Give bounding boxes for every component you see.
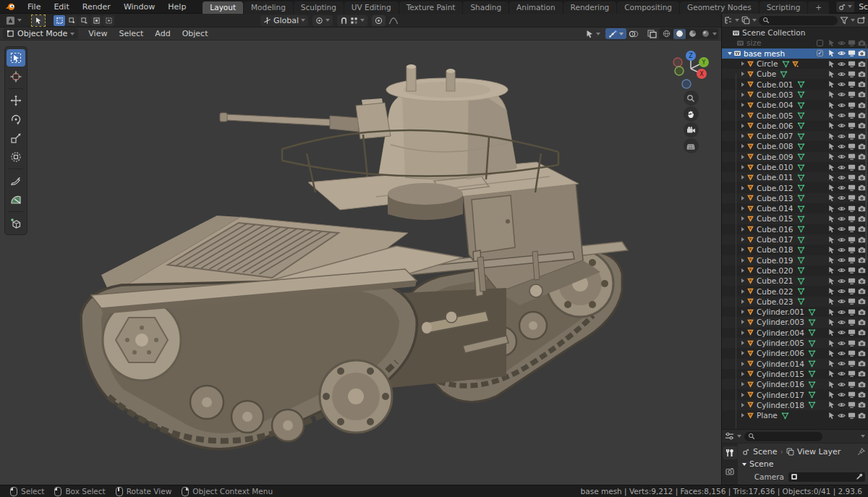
- viewport-disable-icon[interactable]: [848, 60, 856, 68]
- view-layer-icon[interactable]: [786, 448, 794, 456]
- hide-eye-icon[interactable]: [838, 308, 846, 316]
- hide-eye-icon[interactable]: [838, 205, 846, 213]
- viewport-disable-icon[interactable]: [848, 39, 856, 47]
- selectable-icon[interactable]: [827, 49, 835, 57]
- outliner-object-row[interactable]: Cube.003: [722, 90, 868, 100]
- outliner-object-row[interactable]: Cylinder.005: [722, 338, 868, 348]
- outliner-object-row[interactable]: Cube.023: [722, 297, 868, 307]
- viewport-disable-icon[interactable]: [848, 349, 856, 357]
- viewport-disable-icon[interactable]: [848, 80, 856, 88]
- tool-measure[interactable]: [7, 191, 25, 208]
- outliner-search-input[interactable]: [759, 16, 838, 25]
- selectable-icon[interactable]: [827, 381, 835, 388]
- proportional-falloff-icon[interactable]: [388, 17, 399, 25]
- hide-eye-icon[interactable]: [838, 318, 846, 326]
- hide-eye-icon[interactable]: [838, 163, 846, 171]
- disclosure-icon[interactable]: [739, 216, 746, 221]
- viewport-disable-icon[interactable]: [848, 101, 856, 109]
- pivot-point-dropdown[interactable]: [312, 15, 333, 26]
- viewport-disable-icon[interactable]: [848, 225, 856, 233]
- tool-annotate[interactable]: [7, 172, 25, 190]
- outliner-object-row[interactable]: Cylinder.014: [722, 359, 868, 369]
- viewport-disable-icon[interactable]: [848, 194, 856, 202]
- workspace-tab[interactable]: Texture Paint: [399, 1, 463, 14]
- hide-eye-icon[interactable]: [838, 174, 846, 182]
- hide-eye-icon[interactable]: [838, 194, 846, 202]
- disclosure-icon[interactable]: [739, 175, 746, 179]
- viewport-disable-icon[interactable]: [848, 215, 856, 223]
- disclosure-icon[interactable]: [739, 103, 746, 107]
- hide-eye-icon[interactable]: [838, 101, 846, 109]
- disclosure-icon[interactable]: [739, 186, 746, 190]
- selectable-icon[interactable]: [827, 60, 835, 68]
- viewport-disable-icon[interactable]: [848, 90, 856, 98]
- properties-search-input[interactable]: [744, 432, 822, 441]
- hide-eye-icon[interactable]: [838, 370, 846, 378]
- outliner-object-row[interactable]: Cube.022: [722, 286, 868, 296]
- outliner-object-row[interactable]: Cube.008: [722, 141, 868, 151]
- disclosure-icon[interactable]: [739, 82, 746, 87]
- render-disable-icon[interactable]: [858, 328, 866, 336]
- selectable-icon[interactable]: [827, 236, 835, 244]
- viewport-disable-icon[interactable]: [848, 246, 856, 254]
- scene-icon[interactable]: [742, 448, 750, 456]
- outliner-object-row[interactable]: Cube: [722, 69, 868, 79]
- render-disable-icon[interactable]: [858, 401, 866, 409]
- outliner-object-row[interactable]: Cylinder.006: [722, 348, 868, 358]
- selectable-icon[interactable]: [827, 277, 835, 285]
- selectable-icon[interactable]: [827, 122, 835, 129]
- workspace-tab[interactable]: Sculpting: [294, 1, 344, 14]
- snap-target-icon[interactable]: [350, 17, 358, 25]
- hide-eye-icon[interactable]: [838, 401, 846, 409]
- outliner-row-collection[interactable]: size: [722, 38, 868, 48]
- disclosure-icon[interactable]: [739, 351, 746, 355]
- workspace-tab[interactable]: Scripting: [760, 1, 808, 14]
- tab-tool[interactable]: [723, 446, 737, 459]
- outliner-object-row[interactable]: Cube.020: [722, 266, 868, 276]
- selectable-icon[interactable]: [827, 153, 835, 161]
- workspace-tab[interactable]: Layout: [203, 1, 243, 14]
- tool-move[interactable]: [7, 92, 25, 109]
- hide-eye-icon[interactable]: [838, 215, 846, 223]
- zoom-button[interactable]: [684, 90, 699, 106]
- hide-eye-icon[interactable]: [838, 70, 846, 78]
- outliner-object-row[interactable]: Plane: [722, 410, 868, 420]
- selectable-icon[interactable]: [827, 90, 835, 98]
- viewport-disable-icon[interactable]: [848, 236, 856, 244]
- tool-cursor[interactable]: [7, 68, 25, 85]
- select-mode-invert-button[interactable]: [90, 15, 102, 26]
- render-disable-icon[interactable]: [858, 412, 866, 420]
- select-mode-intersect-button[interactable]: [103, 15, 114, 26]
- viewport-disable-icon[interactable]: [848, 184, 856, 192]
- render-disable-icon[interactable]: [858, 266, 866, 274]
- outliner-object-row[interactable]: Cube.017: [722, 234, 868, 245]
- selectable-icon[interactable]: [827, 287, 835, 295]
- selectable-icon[interactable]: [827, 256, 835, 264]
- viewport-menu-item[interactable]: View: [82, 29, 113, 38]
- disclosure-icon[interactable]: [739, 196, 746, 200]
- outliner-object-row[interactable]: Circle: [722, 59, 868, 69]
- outliner-object-row[interactable]: Cylinder.018: [722, 400, 868, 410]
- hide-eye-icon[interactable]: [838, 60, 846, 68]
- disclosure-icon[interactable]: [739, 372, 746, 376]
- snap-magnet-icon[interactable]: [340, 17, 348, 25]
- selectable-icon[interactable]: [827, 297, 835, 305]
- tank-3d-model[interactable]: [0, 41, 721, 485]
- viewport-disable-icon[interactable]: [848, 318, 856, 326]
- viewport-disable-icon[interactable]: [848, 328, 856, 336]
- disclosure-icon[interactable]: [739, 320, 746, 324]
- hide-eye-icon[interactable]: [838, 132, 846, 140]
- disclosure-icon[interactable]: [739, 279, 746, 283]
- outliner-object-row[interactable]: Cube.021: [722, 276, 868, 286]
- outliner-object-row[interactable]: Cube.019: [722, 255, 868, 266]
- shading-wireframe-button[interactable]: [660, 29, 673, 39]
- disclosure-icon[interactable]: [739, 134, 746, 138]
- workspace-tab[interactable]: Compositing: [617, 1, 679, 14]
- disclosure-icon[interactable]: [739, 93, 746, 97]
- selectable-icon[interactable]: [827, 111, 835, 119]
- viewport-disable-icon[interactable]: [848, 339, 856, 347]
- hide-eye-icon[interactable]: [838, 360, 846, 368]
- outliner-object-row[interactable]: Cube.006: [722, 121, 868, 131]
- workspace-tab[interactable]: Rendering: [563, 1, 617, 14]
- display-mode-icon[interactable]: [741, 16, 750, 25]
